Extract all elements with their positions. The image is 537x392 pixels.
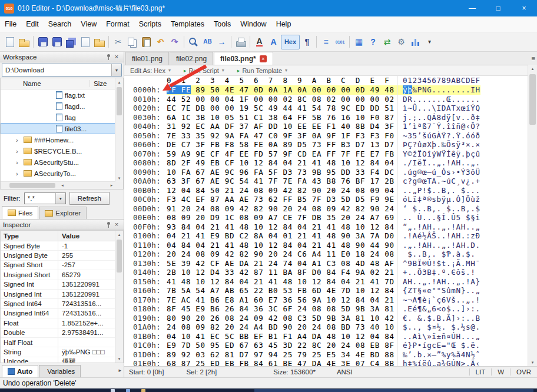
hex-bytes[interactable]: 7E 33 35 92 9A FA 47 C0 9F 3F 0A 9F 1F F…	[167, 131, 397, 141]
tab-scroll-icon[interactable]: ▸	[118, 367, 121, 373]
sidebar-tab[interactable]: Explorer	[39, 207, 87, 219]
hex-bytes[interactable]: 7E AC 41 B6 E8 A1 60 E7 36 56 9A 10 12 8…	[167, 295, 397, 305]
pilcrow-icon[interactable]: ¶	[300, 35, 314, 49]
ascii-bytes[interactable]: ‰’.b.×—”%y%å4N½ˆ	[397, 350, 480, 360]
close-file-icon[interactable]	[78, 35, 92, 49]
paste-icon[interactable]	[140, 35, 153, 49]
hex-bytes[interactable]: E9 7D 50 95 ED 67 63 45 3D 22 8C 20 24 0…	[167, 341, 397, 350]
ascii-bytes[interactable]: ‘ $..B‚. $..B‚.$	[397, 204, 480, 214]
ascii-bytes[interactable]: ~35’šúGÀŸ?.Ÿ.óóð	[397, 131, 480, 141]
font-icon[interactable]: A	[253, 35, 266, 49]
ascii-bytes[interactable]: 1’ìªß7¯Ý.îîñ@‹Ô?	[397, 122, 480, 131]
ascii-bytes[interactable]: é}P•ígcE="Œ $.ë.	[397, 341, 480, 350]
inspector-row[interactable]: Unsigned Short 65279	[1, 270, 123, 280]
menu-item[interactable]: Edit	[21, 16, 44, 32]
hex-bytes[interactable]: 63 3F 67 AE 9C 54 41 7F 7E FA 43 B8 76 B…	[167, 177, 397, 186]
replace-icon[interactable]: AB	[201, 35, 214, 49]
expand-chevron-icon[interactable]: ›	[16, 148, 24, 155]
inspector-scrollbar[interactable]: ▴ ▾	[115, 231, 123, 363]
tree-vertical-scrollbar[interactable]: ▴ ▾	[115, 78, 123, 182]
cut-icon[interactable]: ✂	[111, 35, 125, 49]
inspector-row[interactable]: Double 2.97538491...	[1, 328, 123, 338]
close-panel-icon[interactable]: ×	[112, 221, 121, 228]
calculator-icon[interactable]: ▦	[352, 35, 366, 49]
tree-item[interactable]: file03...	[1, 123, 123, 134]
menu-item[interactable]: Templates	[166, 16, 209, 32]
inspector-row[interactable]: Signed Int64 724313516...	[1, 299, 123, 308]
hex-bytes[interactable]: 2B 10 12 D4 33 42 87 11 BA 8F D0 84 F4 9…	[167, 268, 397, 277]
ascii-bytes[interactable]: €. &.$.B.Ã]›:..B	[397, 314, 480, 323]
ascii-bytes[interactable]: “„.!AH..„.!AH..„	[397, 222, 480, 232]
hex-bytes[interactable]: 44 52 00 00 04 1F 00 00 02 8C 08 02 00 0…	[167, 95, 397, 104]
inspector-tab[interactable]: Variables	[39, 365, 81, 377]
find-icon[interactable]	[187, 35, 200, 49]
hex-bytes[interactable]: 59 A9 9E CF 4F EE FD 57 9F CD EA FF 7F F…	[167, 150, 397, 159]
inspector-row[interactable]: Signed Short -257	[1, 261, 123, 270]
close-tab-icon[interactable]: ×	[260, 55, 267, 62]
menu-item[interactable]: Help	[271, 16, 296, 32]
hex-bytes[interactable]: 8F 45 E9 B6 26 84 36 3C 6F 24 08 08 5D 9…	[167, 304, 397, 314]
expand-chevron-icon[interactable]: ›	[16, 159, 24, 166]
binary-view-icon[interactable]: 0101	[333, 35, 347, 49]
editor-tab[interactable]: file03.png* ×	[214, 52, 273, 65]
more-tools-icon[interactable]: ▾	[423, 35, 436, 49]
hex-bytes[interactable]: 6A 1C 3B 10 05 51 C1 38 64 FF 5B 76 16 1…	[167, 113, 397, 122]
histogram-icon[interactable]	[409, 35, 422, 49]
tree-item[interactable]: › ASecurityTo...	[1, 168, 123, 179]
refresh-button[interactable]: Refresh	[69, 192, 110, 205]
chevron-down-icon[interactable]: ▾	[55, 193, 65, 204]
menu-item[interactable]: Format	[101, 16, 134, 32]
scroll-down-icon[interactable]: ▾	[528, 358, 537, 366]
hex-bytes[interactable]: 20 24 08 09 42 82 90 20 24 C6 A4 11 E0 1…	[167, 250, 397, 259]
taskbar-icon[interactable]	[141, 389, 145, 392]
ascii-bytes[interactable]: .„.!AH..„.!AH.D.	[397, 241, 480, 250]
pin-icon[interactable]	[104, 54, 112, 61]
menu-item[interactable]: Tools	[209, 16, 236, 32]
tree-horizontal-scrollbar[interactable]: ◂ ▸	[1, 181, 115, 189]
redo-icon[interactable]: ↷	[168, 35, 181, 49]
scrollbar-thumb[interactable]	[529, 74, 536, 125]
ascii-bytes[interactable]: ÿþ‰PNG........IH	[397, 85, 480, 95]
editor-tab[interactable]: file02.png	[170, 52, 213, 65]
inspector-row[interactable]: Half Float	[1, 338, 123, 347]
editor-bar-item[interactable]: ▸ Run Script ▾	[184, 67, 224, 74]
hex-bytes[interactable]: 7B 5A 54 A7 AB 65 22 B0 53 FB 6D 4E 7D 1…	[167, 286, 397, 295]
ascii-bytes[interactable]: ..„P!$..B‚. $...	[397, 186, 480, 195]
editor-scrollbar[interactable]: ▴ ▾	[528, 65, 537, 366]
ascii-bytes[interactable]: Y©žÏOîýWŸÍêÿ.þçû	[397, 150, 480, 159]
drive-selector[interactable]: D:\Download ▾	[2, 64, 122, 77]
tab-list-icon[interactable]: ≡	[532, 55, 535, 62]
ascii-bytes[interactable]: j.;..QÁ8dÿ[v..ð‡	[397, 113, 480, 122]
hex-bytes[interactable]: FF FE 89 50 4E 47 0D 0A 1A 0A 00 00 00 0…	[167, 85, 397, 95]
hex-bytes[interactable]: EC 7E DB 00 00 19 5C 49 44 41 54 78 9C E…	[167, 104, 397, 113]
column-header-name[interactable]: Name	[1, 80, 90, 87]
open-file-icon[interactable]	[17, 35, 31, 49]
hex-bytes[interactable]: DE C7 3F FB F8 58 FE 0A 89 D5 73 FF B3 D…	[167, 140, 397, 150]
ascii-bytes[interactable]: ÞÇ?ûøXþ.‰Õsÿ³×.×	[397, 140, 480, 150]
ascii-bytes[interactable]: óLï‡ª®sbÿµ.Ó]Õùž	[397, 195, 480, 204]
menu-item[interactable]: Search	[44, 16, 77, 32]
pin-icon[interactable]	[104, 221, 112, 228]
line-view-icon[interactable]: ≡	[319, 35, 333, 49]
taskbar-icon[interactable]	[111, 389, 115, 392]
ascii-bytes[interactable]: ì~Û...\IDATxœíÝQ	[397, 104, 480, 113]
save-as-icon[interactable]	[50, 35, 64, 49]
scroll-down-icon[interactable]: ▾	[115, 355, 123, 363]
inspector-row[interactable]: Unsigned Byte 255	[1, 251, 123, 260]
ascii-bytes[interactable]: ./IëÏ..„.!AH..„.	[397, 158, 480, 168]
hex-bytes[interactable]: 91 20 24 08 09 42 82 90 20 24 08 09 42 8…	[167, 204, 397, 214]
ascii-bytes[interactable]: AH..„.!AH..„.!A}	[397, 277, 480, 287]
ascii-bytes[interactable]: .!Aé½ÂŠ..!AH.:zÐ	[397, 231, 480, 241]
ascii-bytes[interactable]: .Eé¶&„6<o$..]›:.	[397, 304, 480, 314]
ascii-bytes[interactable]: ..Aì\»ï±ñ¤ÚH...„	[397, 332, 480, 341]
editor-bar-item[interactable]: Edit As: Hex ▾	[130, 67, 171, 74]
inspector-row[interactable]: Unsigned Int64 724313516...	[1, 309, 123, 318]
tree-item[interactable]: flag	[1, 112, 123, 123]
editor-tab[interactable]: file01.png	[125, 52, 169, 65]
hex-bytes[interactable]: 8D 2F 49 EB CF 10 12 84 04 21 41 48 10 1…	[167, 158, 397, 168]
inspector-row[interactable]: Float 1.852152e+...	[1, 318, 123, 328]
hex-bytes[interactable]: 5E 39 42 CF AE DA 21 24 74 04 A1 C3 08 4…	[167, 259, 397, 268]
hex-bytes[interactable]: F3 4C EF 87 AA AE 73 62 FF B5 7F D3 5D D…	[167, 195, 397, 204]
chevron-down-icon[interactable]: ▾	[111, 64, 121, 76]
hex-bytes[interactable]: 68 87 25 ED EB FB 84 61 BE 47 DA 4E 3E 0…	[167, 359, 397, 366]
